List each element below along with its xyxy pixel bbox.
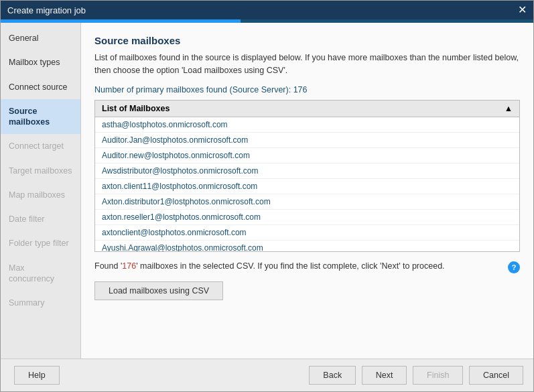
footer-left: Help [11,366,60,385]
cancel-button[interactable]: Cancel [469,366,523,385]
found-message-text: Found '176' mailboxes in the selected CS… [94,260,503,273]
sidebar-item-date-filter: Date filter [1,207,80,231]
help-button[interactable]: Help [14,366,60,385]
help-icon[interactable]: ? [508,261,520,273]
footer: Help Back Next Finish Cancel [1,358,533,391]
sidebar-item-map-mailboxes: Map mailboxes [1,183,80,207]
list-item[interactable]: Axton.distributor1@lostphotos.onmicrosof… [95,194,519,210]
sidebar-item-general[interactable]: General [1,26,80,50]
dialog-title: Create migration job [7,5,86,15]
list-item[interactable]: axton.client11@lostphotos.onmicrosoft.co… [95,179,519,194]
sidebar-item-summary: Summary [1,291,80,315]
progress-bar [1,19,533,23]
load-mailboxes-button[interactable]: Load mailboxes using CSV [94,281,223,300]
mailbox-count-label: Number of primary mailboxes found (Sourc… [94,85,291,94]
found-count: 176 [122,261,136,271]
list-item[interactable]: axton.reseller1@lostphotos.onmicrosoft.c… [95,210,519,225]
mailbox-count: Number of primary mailboxes found (Sourc… [94,85,520,94]
sidebar-item-mailbox-types[interactable]: Mailbox types [1,50,80,74]
footer-right: Back Next Finish Cancel [309,366,523,385]
sidebar-item-source-mailboxes[interactable]: Source mailboxes [1,99,80,135]
close-button[interactable]: ✕ [518,5,527,15]
finish-button: Finish [413,366,463,385]
dialog: Create migration job ✕ General Mailbox t… [0,0,534,392]
main-content: General Mailbox types Connect source Sou… [1,23,533,358]
scroll-up-icon[interactable]: ▲ [505,104,513,113]
list-header-label: List of Mailboxes [102,104,170,113]
title-bar: Create migration job ✕ [1,1,533,19]
next-button[interactable]: Next [362,366,407,385]
progress-fill [1,19,241,23]
mailbox-list-container: List of Mailboxes ▲ astha@lostphotos.onm… [94,100,520,252]
sidebar: General Mailbox types Connect source Sou… [1,23,81,358]
description: List of mailboxes found in the source is… [94,52,520,77]
sidebar-item-max-concurrency: Max concurrency [1,256,80,291]
mailbox-count-value: 176 [293,85,308,94]
found-message: Found '176' mailboxes in the selected CS… [94,260,520,273]
mailbox-list[interactable]: astha@lostphotos.onmicrosoft.comAuditor.… [95,117,519,251]
list-item[interactable]: Ayushi.Agrawal@lostphotos.onmicrosoft.co… [95,241,519,251]
list-item[interactable]: Awsdistributor@lostphotos.onmicrosoft.co… [95,164,519,179]
sidebar-item-connect-target: Connect target [1,134,80,158]
list-item[interactable]: axtonclient@lostphotos.onmicrosoft.com [95,225,519,241]
back-button[interactable]: Back [309,366,356,385]
sidebar-item-folder-type-filter: Folder type filter [1,231,80,255]
list-item[interactable]: Auditor.new@lostphotos.onmicrosoft.com [95,148,519,164]
sidebar-item-target-mailboxes: Target mailboxes [1,159,80,183]
section-title: Source mailboxes [94,35,520,46]
mailbox-list-header: List of Mailboxes ▲ [95,101,519,117]
content-area: Source mailboxes List of mailboxes found… [81,23,533,358]
list-item[interactable]: astha@lostphotos.onmicrosoft.com [95,117,519,133]
sidebar-item-connect-source[interactable]: Connect source [1,75,80,99]
list-item[interactable]: Auditor.Jan@lostphotos.onmicrosoft.com [95,133,519,148]
